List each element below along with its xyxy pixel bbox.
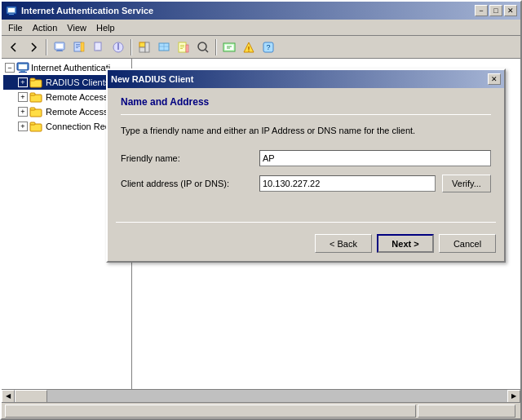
scroll-track[interactable] [15,390,507,403]
svg-rect-32 [225,45,233,50]
status-pane-2 [418,405,515,418]
svg-rect-27 [180,46,184,47]
svg-rect-14 [96,50,101,51]
svg-rect-3 [8,15,15,15]
toolbar: ? [2,36,520,59]
computer-icon [16,61,29,74]
toolbar-btn-12[interactable] [240,38,258,56]
toolbar-btn-4[interactable] [70,38,88,56]
window-controls: − □ ✕ [475,5,517,16]
status-pane-1 [5,405,416,418]
next-button[interactable]: Next > [377,234,434,253]
svg-rect-5 [56,44,63,48]
dialog-title: New RADIUS Client [111,74,488,84]
svg-rect-9 [76,44,80,45]
toolbar-btn-9[interactable] [175,38,192,56]
verify-button[interactable]: Verify... [442,175,491,192]
folder-icon-conn [29,120,42,133]
svg-rect-49 [30,108,35,110]
client-address-row: Client address (IP or DNS): Verify... [121,175,491,192]
svg-rect-17 [117,43,119,45]
svg-rect-16 [117,45,119,50]
svg-rect-36 [248,46,250,50]
svg-rect-47 [30,93,35,95]
scroll-thumb[interactable] [15,390,47,403]
dialog-title-bar: New RADIUS Client ✕ [108,70,504,88]
svg-text:?: ? [266,43,270,51]
svg-rect-42 [20,70,25,72]
tree-expand-root[interactable]: − [5,63,15,73]
friendly-name-input[interactable] [259,150,491,166]
tree-expand-policy[interactable]: + [18,107,28,117]
cancel-button[interactable]: Cancel [439,234,496,253]
folder-icon-log [29,91,42,104]
back-toolbar-button[interactable] [5,38,23,56]
forward-toolbar-button[interactable] [24,38,42,56]
client-address-label: Client address (IP or DNS): [121,179,259,188]
menu-file[interactable]: File [3,21,28,34]
svg-rect-7 [56,51,63,51]
horizontal-scrollbar[interactable]: ◀ ▶ [2,389,520,402]
menu-view[interactable]: View [62,21,91,34]
svg-rect-28 [180,48,183,49]
dialog-close-button[interactable]: ✕ [488,73,501,85]
tree-expand-radius[interactable]: + [18,77,28,87]
svg-rect-18 [139,42,145,47]
svg-point-29 [198,42,206,51]
svg-rect-26 [180,45,184,46]
toolbar-btn-5[interactable] [90,38,108,56]
window-title: Internet Authentication Service [21,6,475,15]
status-bar [2,402,520,418]
toolbar-btn-6[interactable] [109,38,127,56]
svg-rect-41 [19,64,27,69]
folder-icon-policy [29,105,42,118]
svg-rect-6 [57,50,62,51]
toolbar-btn-10[interactable] [194,38,212,56]
svg-rect-25 [186,45,188,52]
svg-rect-51 [30,122,35,125]
tree-label-root: Internet Authenticati... [31,63,117,73]
title-bar: Internet Authentication Service − □ ✕ [2,2,520,20]
svg-rect-20 [145,42,149,52]
minimize-button[interactable]: − [475,5,488,16]
dialog-content: Name and Address Type a friendly name an… [108,88,504,209]
tree-expand-conn[interactable]: + [18,122,28,131]
up-toolbar-button[interactable] [51,38,69,56]
toolbar-sep-2 [130,39,132,55]
svg-rect-19 [139,47,145,52]
folder-icon-radius [29,76,42,89]
dialog-buttons: < Back Next > Cancel [108,231,504,261]
svg-rect-13 [95,42,101,51]
section-divider [121,114,491,115]
friendly-name-row: Friendly name: [121,150,491,166]
close-button[interactable]: ✕ [504,5,517,16]
svg-rect-37 [248,51,250,51]
menu-help[interactable]: Help [91,21,120,34]
toolbar-btn-8[interactable] [155,38,173,56]
svg-rect-1 [8,8,15,12]
svg-rect-45 [30,78,35,81]
description-text: Type a friendly name and either an IP Ad… [121,125,491,137]
toolbar-btn-11[interactable] [220,38,238,56]
back-button[interactable]: < Back [315,234,372,253]
toolbar-btn-13[interactable]: ? [259,38,277,56]
scroll-right-button[interactable]: ▶ [507,390,520,403]
friendly-name-label: Friendly name: [121,153,259,163]
toolbar-sep-1 [46,39,47,55]
svg-rect-10 [76,46,80,46]
client-address-input[interactable] [259,175,436,192]
app-icon [5,4,18,17]
scroll-left-button[interactable]: ◀ [2,390,15,403]
toolbar-btn-7[interactable] [135,38,153,56]
svg-rect-11 [76,47,78,48]
tree-label-radius: RADIUS Clients [46,77,109,87]
menu-action[interactable]: Action [28,21,63,34]
section-title: Name and Address [121,96,491,108]
tree-expand-log[interactable]: + [18,92,28,102]
new-radius-client-dialog: New RADIUS Client ✕ Name and Address Typ… [106,69,506,263]
svg-rect-8 [74,42,82,51]
maximize-button[interactable]: □ [489,5,502,16]
svg-rect-43 [19,72,27,73]
toolbar-sep-3 [215,39,217,55]
svg-rect-12 [81,42,84,51]
